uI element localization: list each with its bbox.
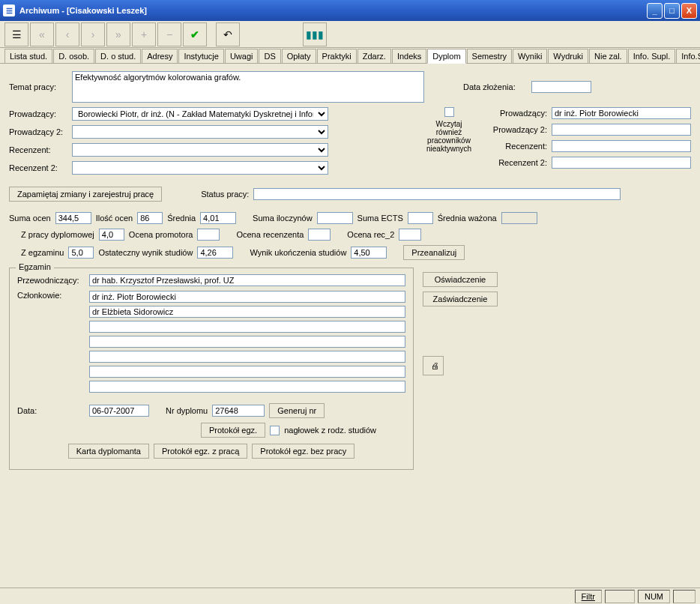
label-naglowek: nagłowek z rodz. studiów [284,426,376,435]
prowadzacy-select[interactable]: Borowiecki Piotr, dr inż. (N - Zakład Ma… [72,107,328,121]
label-ost-wynik: Ostateczny wynik studiów [98,248,193,257]
data-zlozenia-input[interactable] [531,81,591,93]
label-ilosc-ocen: Ilość ocen [96,214,133,223]
zaswiadczenie-button[interactable]: Zaświadczenie [423,292,498,306]
minimize-button[interactable]: _ [647,3,663,19]
tab-info-supl-[interactable]: Info. Supl. [628,49,676,63]
czlonek-input-1[interactable] [89,306,405,318]
toolbar-undo-icon[interactable]: ↶ [216,22,240,46]
tab-instytucje[interactable]: Instytucje [178,49,223,63]
tab-content: Temat pracy: Efektywność algorytmów kolo… [0,64,700,592]
label-wynik-ukonczenia: Wynik ukończenia studiów [250,248,346,257]
przewodniczacy-input[interactable] [89,274,405,286]
recenzent2-text[interactable] [552,157,691,169]
generuj-button[interactable]: Generuj nr [269,403,325,418]
prowadzacy-text[interactable] [552,107,691,119]
label-przewodniczacy: Przewodniczący: [17,276,85,285]
tab-dyplom[interactable]: Dyplom [427,49,465,64]
toolbar-barcode-icon[interactable]: ▮▮▮ [303,22,327,46]
srednia-input[interactable] [200,212,236,224]
label-wczytaj: Wczytaj również pracowników nieaktywnych [423,120,475,153]
tab-d-osob-[interactable]: D. osob. [53,49,94,63]
tab-wyniki[interactable]: Wyniki [513,49,547,63]
print-button[interactable]: 🖨 [423,356,444,375]
tab-semestry[interactable]: Semestry [467,49,512,63]
nr-dyplomu-input[interactable] [212,405,265,417]
close-button[interactable]: X [681,3,697,19]
label-prowadzacy-r: Prowadzący: [487,109,547,118]
srednia-wazona-input[interactable] [501,212,537,224]
toolbar-next-icon[interactable]: › [81,22,105,46]
protokol-praca-button[interactable]: Protokół egz. z pracą [154,444,247,459]
label-suma-iloczynow: Suma iloczynów [253,214,312,223]
label-status-pracy: Status pracy: [201,190,249,199]
tab-nie-zal-[interactable]: Nie zal. [589,49,627,63]
label-data: Data: [17,406,85,415]
tab-d-o-stud-[interactable]: D. o stud. [95,49,141,63]
wczytaj-checkbox[interactable] [444,107,454,117]
czlonek-input-6[interactable] [89,381,405,393]
toolbar-prev-icon[interactable]: ‹ [55,22,79,46]
tab-wydruki[interactable]: Wydruki [548,49,588,63]
oswiadczenie-button[interactable]: Oświadczenie [423,272,498,287]
zapamietaj-button[interactable]: Zapamiętaj zmiany i zarejestruj pracę [9,187,162,202]
label-temat: Temat pracy: [9,82,67,91]
prowadzacy2-text[interactable] [552,124,691,136]
toolbar-btn-1[interactable]: ☰ [4,22,28,46]
tab-info-supl-ang-[interactable]: Info.Supl.Ang. [676,49,700,63]
tab-adresy[interactable]: Adresy [142,49,178,63]
z-egzaminu-input[interactable] [68,247,94,259]
label-suma-ects: Suma ECTS [357,214,403,223]
recenzent-select[interactable] [72,143,328,157]
protokol-egz-button[interactable]: Protokół egz. [201,423,265,438]
z-pracy-dypl-input[interactable] [99,229,124,241]
status-pracy-input[interactable] [253,188,621,200]
prowadzacy2-select[interactable] [72,125,328,139]
czlonek-input-4[interactable] [89,351,405,363]
app-icon: ☰ [3,4,15,16]
ocena-rec2-input[interactable] [399,229,421,241]
label-prowadzacy2: Prowadzący 2: [9,127,67,136]
label-prowadzacy2-r: Prowadzący 2: [487,125,547,134]
protokol-bez-button[interactable]: Protokół egz. bez pracy [252,444,354,459]
data-input[interactable] [89,405,149,417]
naglowek-checkbox[interactable] [270,426,280,435]
temat-input[interactable]: Efektywność algorytmów kolorowania grafó… [72,71,424,103]
czlonek-input-0[interactable] [89,291,405,303]
tab-zdarz-[interactable]: Zdarz. [357,49,391,63]
suma-ects-input[interactable] [408,212,433,224]
toolbar-btn-6[interactable]: + [132,22,156,46]
przeanalizuj-button[interactable]: Przeanalizuj [403,245,465,260]
tab-indeks[interactable]: Indeks [392,49,426,63]
tab-ds[interactable]: DS [259,49,280,63]
karta-button[interactable]: Karta dyplomanta [68,444,149,459]
titlebar: ☰ Archiwum - [Cisakowski Leszek] _ □ X [0,0,700,21]
tab-op-aty[interactable]: Opłaty [282,49,316,63]
toolbar-btn-7[interactable]: − [157,22,181,46]
toolbar-last-icon[interactable]: » [106,22,130,46]
ocena-promotora-input[interactable] [197,229,220,241]
wynik-ukonczenia-input[interactable] [351,247,387,259]
status-filtr[interactable]: Filtr [575,590,602,603]
toolbar-check-icon[interactable]: ✔ [183,22,207,46]
suma-ocen-input[interactable] [55,212,91,224]
ilosc-ocen-input[interactable] [137,212,163,224]
label-suma-ocen: Suma ocen [9,214,51,223]
toolbar-first-icon[interactable]: « [30,22,54,46]
recenzent-text[interactable] [552,140,691,152]
tab-praktyki[interactable]: Praktyki [317,49,357,63]
tab-lista-stud-[interactable]: Lista stud. [4,49,52,63]
label-z-pracy-dypl: Z pracy dyplomowej [21,230,94,239]
czlonek-input-5[interactable] [89,366,405,378]
status-num: NUM [638,590,670,603]
tab-uwagi[interactable]: Uwagi [225,49,259,63]
tabstrip: Lista stud.D. osob.D. o stud.AdresyInsty… [0,48,700,64]
ocena-recenzenta-input[interactable] [308,229,331,241]
czlonek-input-3[interactable] [89,336,405,348]
ost-wynik-input[interactable] [197,247,233,259]
czlonek-input-2[interactable] [89,321,405,333]
suma-iloczynow-input[interactable] [317,212,353,224]
recenzent2-select[interactable] [72,161,328,175]
maximize-button[interactable]: □ [664,3,680,19]
label-ocena-promotora: Ocena promotora [129,230,193,239]
